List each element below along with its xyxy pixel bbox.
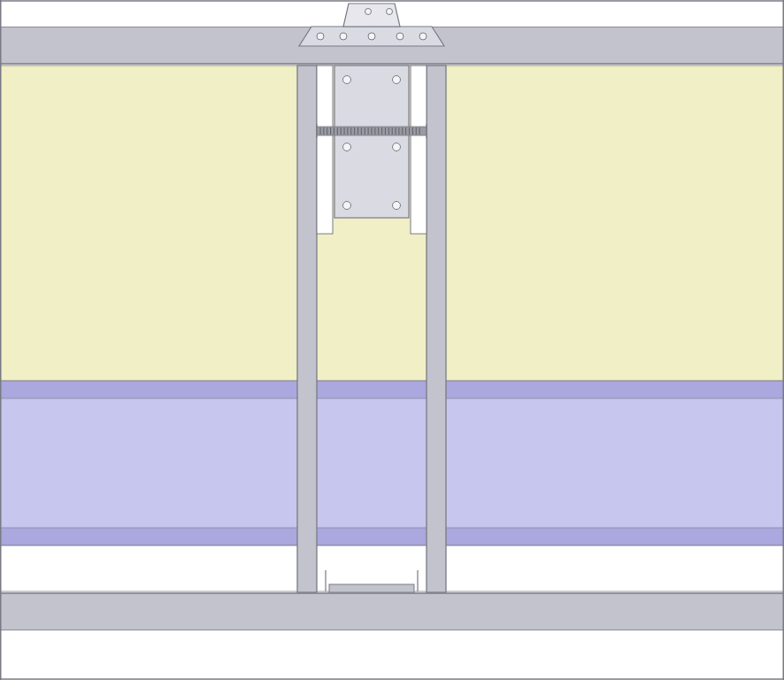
top-bracket-tab-hole	[387, 9, 393, 15]
left-post	[297, 66, 317, 592]
plate-left-skin	[317, 66, 333, 234]
plate-hole	[393, 76, 401, 84]
plate-hole	[393, 143, 401, 151]
plate-hole	[343, 143, 351, 151]
plate-right-skin	[411, 66, 427, 234]
mounting-plate	[334, 66, 409, 218]
top-bracket-tab	[343, 4, 400, 27]
top-bracket-hole	[317, 33, 324, 40]
foot-bar	[329, 584, 414, 592]
bottom-frame-bar	[0, 593, 784, 630]
cad-orthographic-view	[0, 0, 784, 680]
top-bracket-hole	[396, 33, 404, 40]
top-bracket-hole	[419, 33, 427, 40]
top-bracket-hole	[368, 33, 375, 40]
plate-hole	[343, 76, 351, 84]
plate-hole	[343, 202, 351, 210]
horizontal-pipe-inner	[0, 398, 784, 528]
	[0, 630, 784, 680]
top-bracket-tab-hole	[365, 9, 372, 15]
plate-hole	[393, 202, 401, 210]
top-bracket-hole	[340, 33, 347, 40]
right-post	[427, 66, 446, 592]
